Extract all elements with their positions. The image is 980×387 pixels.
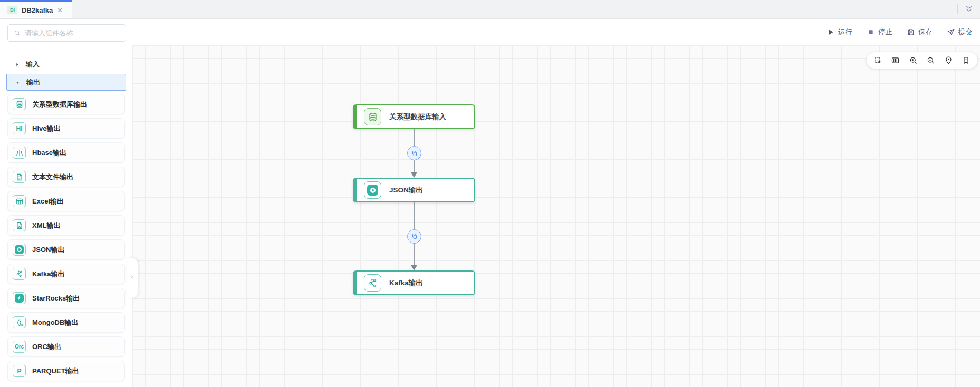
canvas-tools (867, 52, 977, 69)
hive-icon: Hi (13, 122, 26, 134)
zoom-out-icon (926, 56, 935, 65)
locate-icon (944, 56, 953, 65)
kafka-icon (13, 268, 26, 280)
component-item-hive[interactable]: HiHive输出 (7, 118, 125, 139)
zoom-in-tool[interactable] (909, 56, 918, 65)
kafka-icon (368, 278, 378, 288)
database-icon (13, 98, 26, 110)
component-item-kafka[interactable]: Kafka输出 (7, 264, 125, 284)
json-icon (13, 244, 26, 256)
flow-node-json[interactable]: JSON输出 (353, 178, 475, 202)
edge-connector (408, 202, 421, 270)
search-icon (13, 29, 21, 37)
copy-icon (411, 233, 418, 240)
marquee-select-icon (873, 56, 882, 65)
tab-title: DB2kafka (22, 6, 53, 14)
caret-right-icon (14, 62, 20, 67)
component-item-mongodb[interactable]: DBMongoDB输出 (7, 312, 125, 333)
starrocks-icon (13, 292, 26, 304)
save-button[interactable]: 保存 (907, 27, 933, 37)
sidebar-collapse-handle[interactable] (127, 258, 138, 298)
component-item-starrocks[interactable]: StarRocks输出 (7, 288, 125, 308)
flow-node-kafka[interactable]: Kafka输出 (353, 270, 475, 295)
chevron-double-down-icon[interactable] (964, 4, 974, 14)
component-item-textfile[interactable]: 文本文件输出 (7, 167, 125, 187)
hbase-icon (13, 147, 26, 159)
mongodb-icon: DB (13, 316, 26, 328)
minimap-icon (891, 56, 900, 65)
play-button[interactable]: 运行 (827, 27, 852, 37)
tab-db2kafka[interactable]: DI DB2kafka ✕ (0, 0, 72, 18)
component-search[interactable] (7, 24, 126, 42)
canvas-grid[interactable] (132, 45, 980, 387)
canvas-toolbar: 运行停止保存提交 (132, 19, 980, 45)
json-icon (367, 185, 378, 196)
bookmark-tool[interactable] (962, 56, 971, 65)
zoom-out-tool[interactable] (926, 56, 935, 65)
excel-icon (13, 195, 26, 207)
component-item-hbase[interactable]: Hbase输出 (7, 142, 125, 163)
flow-node-database[interactable]: 关系型数据库输入 (353, 104, 475, 129)
component-item-xml[interactable]: XML输出 (7, 215, 125, 236)
orc-icon: Orc (13, 341, 26, 353)
submit-icon (947, 28, 955, 36)
section-input[interactable]: 输入 (6, 56, 126, 73)
marquee-select-tool[interactable] (873, 56, 882, 65)
play-icon (827, 28, 835, 36)
search-input[interactable] (25, 29, 120, 37)
copy-badge[interactable] (407, 229, 421, 244)
stop-button[interactable]: 停止 (867, 27, 892, 37)
save-icon (907, 28, 915, 36)
parquet-icon: P (13, 365, 26, 377)
component-item-json[interactable]: JSON输出 (7, 239, 125, 260)
tab-bar: DI DB2kafka ✕ (0, 0, 980, 19)
copy-icon (411, 150, 418, 157)
svg-text:DB: DB (20, 324, 23, 326)
flow-canvas: 运行停止保存提交 关系型数据库输入JSON输出Kafka输出 (132, 19, 980, 387)
xml-icon (13, 219, 26, 231)
component-item-database[interactable]: 关系型数据库输出 (7, 94, 125, 114)
caret-down-icon (15, 80, 21, 85)
bookmark-icon (962, 56, 971, 65)
minimap-tool[interactable] (891, 56, 900, 65)
submit-button[interactable]: 提交 (947, 27, 973, 37)
close-icon[interactable]: ✕ (57, 7, 63, 14)
component-item-parquet[interactable]: PPARQUET输出 (7, 361, 125, 381)
database-icon (368, 112, 378, 122)
zoom-in-icon (909, 56, 918, 65)
component-sidebar: 输入输出 关系型数据库输出HiHive输出Hbase输出文本文件输出Excel输… (0, 19, 132, 387)
section-output[interactable]: 输出 (6, 74, 126, 91)
di-badge: DI (7, 6, 17, 14)
textfile-icon (13, 171, 26, 183)
component-item-orc[interactable]: OrcORC输出 (7, 336, 125, 357)
component-item-excel[interactable]: Excel输出 (7, 191, 125, 211)
copy-badge[interactable] (407, 146, 421, 160)
locate-tool[interactable] (944, 56, 953, 65)
divider (957, 4, 958, 14)
stop-icon (867, 28, 875, 36)
edge-connector (408, 129, 421, 178)
